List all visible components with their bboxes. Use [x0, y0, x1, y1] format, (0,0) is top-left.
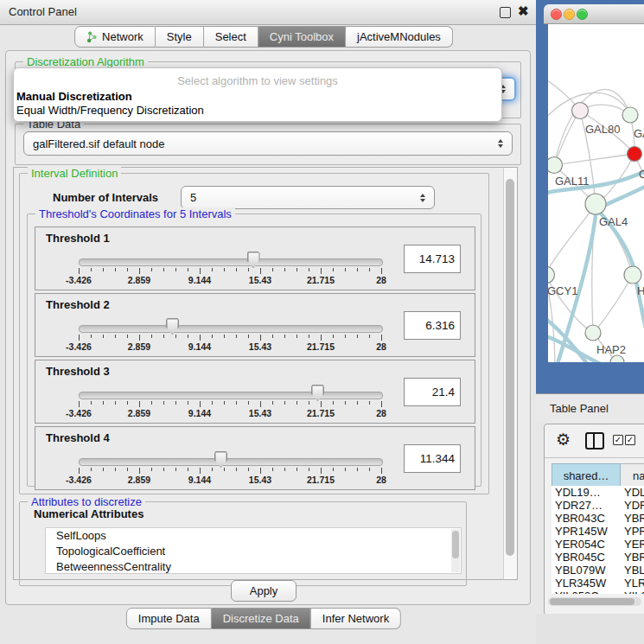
- slider-track[interactable]: [79, 325, 383, 333]
- network-node-label: H: [637, 284, 644, 297]
- attribute-item[interactable]: SelfLoops: [46, 528, 461, 544]
- slider-tick: [212, 401, 213, 405]
- float-window-icon[interactable]: [500, 7, 511, 18]
- tab-discretize-data[interactable]: Discretize Data: [212, 608, 311, 629]
- network-node-gal[interactable]: [622, 107, 638, 123]
- slider-tick: [139, 401, 140, 407]
- close-button[interactable]: [551, 9, 562, 20]
- table-row[interactable]: YBR045C YBR0: [552, 551, 644, 564]
- column-header-shared[interactable]: shared…: [552, 463, 621, 488]
- panel-vertical-scrollbar[interactable]: [503, 168, 517, 579]
- table-row[interactable]: YPR145W YPR1: [552, 525, 644, 538]
- zoom-button[interactable]: [577, 9, 588, 20]
- network-node-gal80[interactable]: [572, 103, 589, 119]
- network-node-gal11[interactable]: [548, 157, 563, 174]
- slider-tick: [151, 335, 152, 338]
- table-horizontal-scrollbar[interactable]: [548, 597, 641, 606]
- slider-tick: [91, 268, 92, 271]
- network-node-gcy1[interactable]: [548, 267, 555, 284]
- tab-jactivemnodules[interactable]: jActiveMNodules: [346, 26, 453, 48]
- slider-tick: [115, 468, 116, 471]
- tab-cyni-toolbox[interactable]: Cyni Toolbox: [258, 26, 346, 48]
- slider-tick-label: 21.715: [307, 408, 335, 418]
- table-data-combobox[interactable]: galFiltered.sif default node: [23, 131, 513, 156]
- slider-tick: [345, 268, 346, 271]
- scrollbar-thumb[interactable]: [452, 531, 459, 558]
- network-node-c[interactable]: [628, 147, 642, 162]
- network-edge[interactable]: [554, 112, 579, 165]
- threshold-panel-1: Threshold 1 -3.4262.8599.14415.4321.7152…: [35, 226, 475, 290]
- attribute-item[interactable]: BetweennessCentrality: [46, 559, 461, 574]
- slider-tick-label: 28: [376, 275, 386, 285]
- columns-icon[interactable]: [585, 432, 604, 450]
- table-row[interactable]: YDL19… YDL1: [552, 486, 644, 499]
- slider-tick-label: 15.43: [249, 475, 271, 485]
- threshold-value-field[interactable]: 14.713: [404, 245, 461, 273]
- tab-network[interactable]: Network: [74, 26, 156, 48]
- dropdown-option-manual-discretization[interactable]: Manual Discretization: [16, 90, 132, 103]
- slider-tick-label: -3.426: [66, 275, 92, 285]
- attribute-items: SelfLoopsTopologicalCoefficientBetweenne…: [46, 528, 461, 574]
- slider-tick: [357, 268, 358, 271]
- table-row[interactable]: YER054C YER0: [552, 538, 644, 551]
- close-icon[interactable]: ✖: [518, 3, 529, 19]
- slider-tick: [151, 468, 152, 471]
- network-edge[interactable]: [554, 154, 634, 165]
- tab-infer-network[interactable]: Infer Network: [311, 608, 401, 629]
- tab-select[interactable]: Select: [204, 26, 258, 48]
- number-of-intervals-combobox[interactable]: 5: [181, 186, 435, 209]
- scrollbar-thumb[interactable]: [550, 598, 634, 605]
- slider-tick: [236, 335, 237, 338]
- slider-tick-label: 21.715: [307, 341, 335, 352]
- table-row[interactable]: YIL053C YIL0: [552, 590, 644, 594]
- slider-tick: [333, 335, 334, 338]
- scrollbar-thumb[interactable]: [506, 179, 514, 556]
- attributes-scrollbar[interactable]: [451, 529, 460, 572]
- slider-tick-label: 2.859: [128, 475, 150, 485]
- threshold-value-field[interactable]: 21.4: [404, 378, 461, 406]
- slider-tick: [212, 268, 213, 271]
- network-node-h[interactable]: [624, 266, 641, 284]
- table-cell: YBR0: [624, 551, 644, 564]
- slider-track[interactable]: [79, 258, 383, 266]
- network-window-titlebar[interactable]: [544, 4, 644, 24]
- slider-tick: [175, 335, 176, 338]
- numerical-attributes-list[interactable]: SelfLoopsTopologicalCoefficientBetweenne…: [45, 527, 462, 574]
- network-canvas[interactable]: GAL80GALCGAL11GAL4GCY1HHAP2: [548, 24, 644, 362]
- slider-tick: [236, 268, 237, 271]
- table-cell: YER0: [624, 538, 644, 551]
- dropdown-option-equal-width-frequency[interactable]: Equal Width/Frequency Discretization: [16, 104, 204, 117]
- slider-tick: [188, 268, 188, 271]
- thresholds-group: Threshold's Coordinates for 5 Intervals …: [27, 214, 481, 487]
- network-edge[interactable]: [594, 276, 632, 333]
- threshold-label: Threshold 1: [46, 232, 110, 245]
- table-row[interactable]: YBL079W YBL0: [552, 564, 644, 577]
- slider-tick: [381, 268, 382, 274]
- checkbox-checked-icon[interactable]: ✓: [625, 435, 635, 445]
- network-node-gal4[interactable]: [585, 194, 606, 214]
- apply-button[interactable]: Apply: [231, 580, 296, 602]
- slider-tick: [296, 335, 297, 338]
- attribute-item[interactable]: TopologicalCoefficient: [46, 544, 461, 559]
- tab-style[interactable]: Style: [156, 26, 204, 48]
- table-panel-title: Table Panel: [550, 402, 609, 415]
- threshold-value-field[interactable]: 6.316: [404, 311, 461, 340]
- slider-tick: [381, 401, 382, 407]
- interval-definition-group: Interval Definition Number of Intervals …: [19, 173, 489, 494]
- table-row[interactable]: YLR345W YLR3: [552, 577, 644, 590]
- checkbox-checked-icon[interactable]: ✓: [613, 435, 623, 445]
- slider-tick: [103, 401, 104, 405]
- table-row[interactable]: YDR27… YDR2: [552, 499, 644, 512]
- tab-label: jActiveMNodules: [357, 30, 441, 43]
- table-row[interactable]: YBR043C YBR0: [552, 512, 644, 525]
- threshold-value-field[interactable]: 11.344: [404, 444, 461, 473]
- slider-tick: [79, 268, 80, 274]
- gear-icon[interactable]: ⚙: [556, 430, 571, 450]
- slider-track[interactable]: [79, 458, 383, 466]
- column-header-name[interactable]: na: [621, 463, 644, 488]
- slider-tick: [309, 401, 309, 405]
- slider-track[interactable]: [79, 392, 383, 399]
- minimize-button[interactable]: [564, 9, 575, 20]
- network-node-hap2[interactable]: [585, 325, 601, 341]
- tab-impute-data[interactable]: Impute Data: [126, 608, 212, 629]
